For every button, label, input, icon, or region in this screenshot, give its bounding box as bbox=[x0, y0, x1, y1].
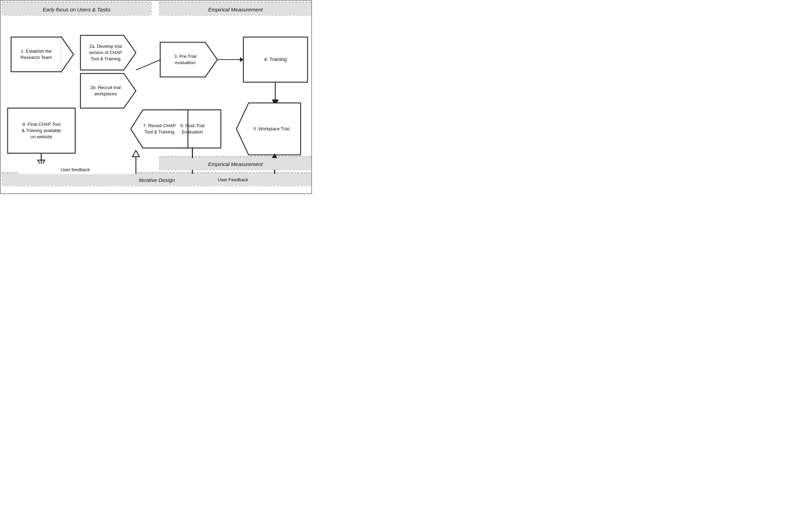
svg-line-28 bbox=[136, 60, 161, 70]
step-2b: 2b. Recruit trial workplaces bbox=[80, 73, 131, 108]
step-4: 4. Training bbox=[243, 37, 308, 82]
svg-marker-23 bbox=[132, 150, 139, 157]
empirical-top-label: Empirical Measurement bbox=[159, 3, 311, 15]
step-3: 3. Pre-Trial evaluation bbox=[160, 42, 210, 77]
svg-marker-5 bbox=[61, 37, 74, 72]
diagram-container: Early focus on Users & Tasks Empirical M… bbox=[0, 0, 312, 194]
early-focus-label: Early focus on Users & Tasks bbox=[2, 3, 151, 15]
user-feedback-right: User Feedback bbox=[195, 176, 271, 184]
step-5: 5. Workplace Trial bbox=[242, 103, 301, 155]
step-8: 8. Final CHAP Tool & Training available … bbox=[8, 108, 75, 153]
svg-marker-30 bbox=[240, 57, 243, 62]
empirical-bottom-label: Empirical Measurement bbox=[159, 158, 311, 170]
step-1: 1. Establish the Research Team bbox=[11, 37, 61, 72]
step-2a: 2a. Develop trial version of CHAP Tool &… bbox=[80, 35, 131, 70]
step-7: 7. Revise CHAP Tool & Training bbox=[132, 110, 187, 148]
user-feedback-left: User feedback bbox=[20, 165, 131, 175]
